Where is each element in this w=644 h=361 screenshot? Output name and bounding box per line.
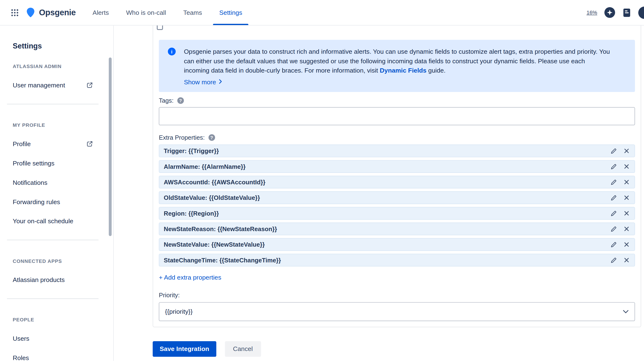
- add-extra-properties-link[interactable]: + Add extra properties: [159, 274, 221, 281]
- edit-pencil-icon[interactable]: [610, 241, 617, 248]
- show-more-label: Show more: [184, 78, 216, 86]
- extra-property-value: AlarmName: {{AlarmName}}: [164, 163, 246, 170]
- remove-x-icon[interactable]: [623, 163, 630, 170]
- nav-item-alerts[interactable]: Alerts: [84, 0, 118, 25]
- priority-label: Priority:: [159, 292, 635, 299]
- extra-property-row: StateChangeTime: {{StateChangeTime}}: [159, 254, 635, 266]
- nav-item-who-is-on-call[interactable]: Who is on-call: [118, 0, 175, 25]
- dynamic-fields-link[interactable]: Dynamic Fields: [380, 67, 426, 74]
- edit-pencil-icon[interactable]: [610, 210, 617, 217]
- extra-property-value: Trigger: {{Trigger}}: [164, 147, 219, 154]
- remove-x-icon[interactable]: [623, 210, 630, 217]
- remove-x-icon[interactable]: [623, 241, 630, 248]
- extra-property-value: NewStateValue: {{NewStateValue}}: [164, 241, 265, 248]
- row-actions: [610, 241, 630, 248]
- sidebar-item-label: Notifications: [13, 178, 47, 186]
- sidebar-item-label: Your on-call schedule: [13, 217, 73, 225]
- divider: [7, 240, 98, 240]
- remove-x-icon[interactable]: [623, 225, 630, 232]
- explore-icon[interactable]: [604, 7, 615, 18]
- settings-sidebar: Settings ATLASSIAN ADMIN User management…: [0, 26, 114, 361]
- row-actions: [610, 194, 630, 202]
- nav-item-settings[interactable]: Settings: [210, 0, 251, 25]
- brand-name: Opsgenie: [39, 8, 76, 18]
- divider: [7, 298, 98, 299]
- extra-property-row: NewStateValue: {{NewStateValue}}: [159, 238, 635, 251]
- remove-x-icon[interactable]: [623, 147, 630, 154]
- edit-pencil-icon[interactable]: [610, 178, 617, 186]
- sidebar-item-label: Profile: [13, 140, 31, 148]
- tags-label-row: Tags: ?: [159, 97, 635, 104]
- sidebar-item-label: Users: [13, 334, 29, 342]
- sidebar-scrollbar[interactable]: [109, 58, 112, 236]
- extra-property-value: AWSAccountId: {{AWSAccountId}}: [164, 178, 266, 186]
- info-glyph: i: [171, 49, 172, 54]
- nav-label: Alerts: [92, 9, 109, 16]
- screen: Opsgenie Alerts Who is on-call Teams Set…: [0, 0, 644, 361]
- extra-properties-label: Extra Properties:: [159, 134, 204, 141]
- help-icon[interactable]: ?: [177, 97, 184, 104]
- sidebar-section-my-profile: MY PROFILE: [13, 122, 113, 128]
- cancel-button[interactable]: Cancel: [225, 341, 261, 357]
- sidebar-section-people: PEOPLE: [13, 317, 113, 323]
- sidebar-item-forwarding-rules[interactable]: Forwarding rules: [13, 198, 93, 206]
- info-banner-text: Opsgenie parses your data to construct r…: [184, 47, 611, 75]
- row-actions: [610, 225, 630, 232]
- extra-properties-label-row: Extra Properties: ?: [159, 134, 635, 141]
- remove-x-icon[interactable]: [623, 178, 630, 186]
- integration-form-card: i Opsgenie parses your data to construct…: [153, 0, 641, 327]
- sidebar-item-profile[interactable]: Profile: [13, 140, 93, 148]
- chevron-right-icon: [219, 78, 222, 86]
- row-actions: [610, 178, 630, 186]
- remove-x-icon[interactable]: [623, 256, 630, 264]
- edit-pencil-icon[interactable]: [610, 163, 617, 170]
- sidebar-item-notifications[interactable]: Notifications: [13, 178, 93, 186]
- info-banner: i Opsgenie parses your data to construct…: [159, 40, 635, 92]
- help-icon[interactable]: ?: [208, 134, 215, 141]
- sidebar-item-label: Profile settings: [13, 159, 54, 167]
- nav-label: Teams: [183, 9, 202, 16]
- sidebar-item-user-management[interactable]: User management: [13, 81, 93, 89]
- edit-pencil-icon[interactable]: [610, 225, 617, 232]
- sidebar-item-label: Atlassian products: [13, 276, 65, 284]
- opsgenie-home-link[interactable]: Opsgenie: [25, 7, 76, 18]
- nav-label: Who is on-call: [126, 9, 166, 16]
- external-link-icon: [86, 82, 93, 88]
- extra-property-value: OldStateValue: {{OldStateValue}}: [164, 194, 260, 201]
- info-text-after-link: guide.: [428, 67, 446, 74]
- tags-label: Tags:: [159, 97, 174, 104]
- sidebar-item-label: User management: [13, 81, 65, 89]
- nav-item-teams[interactable]: Teams: [175, 0, 211, 25]
- sidebar-item-profile-settings[interactable]: Profile settings: [13, 159, 93, 167]
- extra-property-value: StateChangeTime: {{StateChangeTime}}: [164, 257, 281, 264]
- row-actions: [610, 210, 630, 217]
- show-more-link[interactable]: Show more: [184, 78, 222, 86]
- top-navigation-bar: Opsgenie Alerts Who is on-call Teams Set…: [0, 0, 644, 26]
- remove-x-icon[interactable]: [623, 194, 630, 202]
- extra-property-value: Region: {{Region}}: [164, 210, 219, 217]
- app-switcher-icon[interactable]: [10, 8, 19, 17]
- edit-pencil-icon[interactable]: [610, 194, 617, 202]
- edit-pencil-icon[interactable]: [610, 147, 617, 154]
- sidebar-item-atlassian-products[interactable]: Atlassian products: [13, 276, 93, 284]
- sidebar-item-roles[interactable]: Roles: [13, 354, 93, 361]
- form-actions: Save Integration Cancel: [153, 341, 261, 357]
- save-integration-button[interactable]: Save Integration: [153, 341, 216, 357]
- row-actions: [610, 163, 630, 170]
- tags-input[interactable]: [159, 107, 635, 125]
- sidebar-item-your-on-call-schedule[interactable]: Your on-call schedule: [13, 217, 93, 225]
- release-notes-icon[interactable]: [622, 8, 631, 18]
- zoom-level-link[interactable]: 16%: [586, 10, 597, 16]
- edit-pencil-icon[interactable]: [610, 256, 617, 264]
- topnav-right-controls: 16%: [586, 6, 644, 19]
- divider: [7, 104, 98, 104]
- chevron-down-icon: [623, 310, 629, 314]
- sidebar-item-users[interactable]: Users: [13, 334, 93, 342]
- priority-select[interactable]: {{priority}}: [159, 302, 635, 321]
- extra-property-row: OldStateValue: {{OldStateValue}}: [159, 191, 635, 204]
- external-link-icon: [86, 140, 93, 147]
- sidebar-item-label: Forwarding rules: [13, 198, 60, 206]
- row-actions: [610, 256, 630, 264]
- user-avatar[interactable]: [638, 6, 644, 19]
- help-glyph: ?: [210, 135, 213, 140]
